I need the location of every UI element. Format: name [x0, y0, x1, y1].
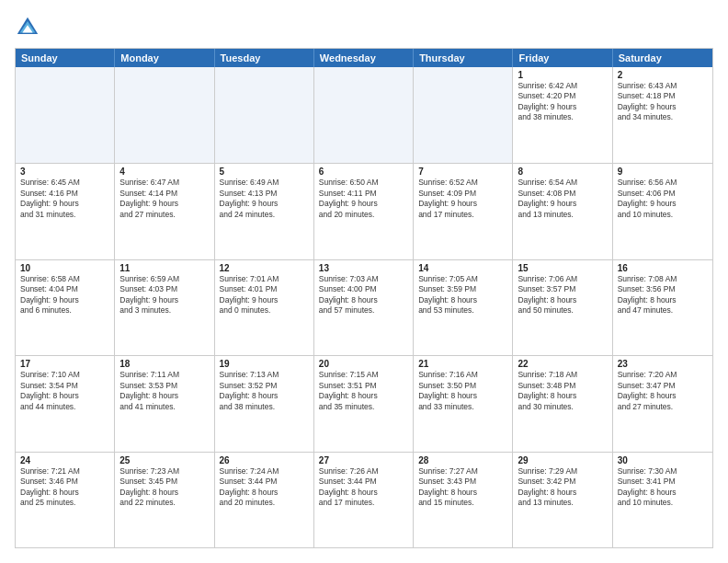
day-number: 5 [220, 167, 309, 177]
day-number: 7 [418, 167, 507, 177]
empty-cell [16, 67, 115, 163]
day-cell-6: 6Sunrise: 6:50 AM Sunset: 4:11 PM Daylig… [314, 164, 414, 259]
day-cell-23: 23Sunrise: 7:20 AM Sunset: 3:47 PM Dayli… [613, 356, 712, 451]
header-friday: Friday [513, 49, 612, 67]
header-tuesday: Tuesday [215, 49, 314, 67]
day-info: Sunrise: 6:50 AM Sunset: 4:11 PM Dayligh… [319, 178, 408, 220]
day-cell-30: 30Sunrise: 7:30 AM Sunset: 3:41 PM Dayli… [613, 453, 712, 547]
day-number: 18 [119, 359, 209, 369]
day-info: Sunrise: 7:30 AM Sunset: 3:41 PM Dayligh… [618, 466, 708, 509]
day-info: Sunrise: 7:20 AM Sunset: 3:47 PM Dayligh… [618, 370, 708, 412]
day-cell-14: 14Sunrise: 7:05 AM Sunset: 3:59 PM Dayli… [414, 260, 513, 355]
day-number: 9 [618, 167, 708, 177]
header-saturday: Saturday [613, 49, 712, 67]
day-info: Sunrise: 7:05 AM Sunset: 3:59 PM Dayligh… [418, 274, 507, 316]
day-info: Sunrise: 7:10 AM Sunset: 3:54 PM Dayligh… [20, 370, 109, 412]
day-info: Sunrise: 7:18 AM Sunset: 3:48 PM Dayligh… [518, 370, 607, 412]
day-info: Sunrise: 7:26 AM Sunset: 3:44 PM Dayligh… [319, 466, 408, 509]
day-info: Sunrise: 7:11 AM Sunset: 3:53 PM Dayligh… [119, 370, 209, 412]
day-number: 12 [220, 263, 309, 273]
day-cell-15: 15Sunrise: 7:06 AM Sunset: 3:57 PM Dayli… [513, 260, 612, 355]
header-monday: Monday [115, 49, 214, 67]
calendar: SundayMondayTuesdayWednesdayThursdayFrid… [15, 48, 713, 548]
day-number: 3 [20, 167, 109, 177]
day-info: Sunrise: 7:27 AM Sunset: 3:43 PM Dayligh… [418, 466, 507, 509]
day-cell-7: 7Sunrise: 6:52 AM Sunset: 4:09 PM Daylig… [414, 164, 513, 259]
day-cell-10: 10Sunrise: 6:58 AM Sunset: 4:04 PM Dayli… [16, 260, 115, 355]
day-number: 30 [618, 455, 708, 465]
day-number: 10 [20, 263, 109, 273]
day-number: 6 [319, 167, 408, 177]
day-cell-22: 22Sunrise: 7:18 AM Sunset: 3:48 PM Dayli… [513, 356, 612, 451]
week-row-3: 17Sunrise: 7:10 AM Sunset: 3:54 PM Dayli… [16, 355, 712, 451]
day-cell-19: 19Sunrise: 7:13 AM Sunset: 3:52 PM Dayli… [215, 356, 314, 451]
day-number: 24 [20, 455, 109, 465]
day-info: Sunrise: 6:45 AM Sunset: 4:16 PM Dayligh… [20, 178, 109, 220]
day-info: Sunrise: 7:06 AM Sunset: 3:57 PM Dayligh… [518, 274, 607, 316]
logo-icon [15, 15, 40, 40]
day-number: 2 [618, 70, 708, 80]
day-info: Sunrise: 7:03 AM Sunset: 4:00 PM Dayligh… [319, 274, 408, 316]
logo [15, 15, 44, 40]
header-thursday: Thursday [414, 49, 513, 67]
header-sunday: Sunday [16, 49, 115, 67]
day-number: 17 [20, 359, 109, 369]
day-info: Sunrise: 7:13 AM Sunset: 3:52 PM Dayligh… [220, 370, 309, 412]
day-cell-11: 11Sunrise: 6:59 AM Sunset: 4:03 PM Dayli… [115, 260, 214, 355]
day-info: Sunrise: 6:58 AM Sunset: 4:04 PM Dayligh… [20, 274, 109, 316]
day-number: 11 [119, 263, 209, 273]
day-number: 26 [220, 455, 309, 465]
day-number: 15 [518, 263, 607, 273]
week-row-4: 24Sunrise: 7:21 AM Sunset: 3:46 PM Dayli… [16, 452, 712, 547]
day-cell-17: 17Sunrise: 7:10 AM Sunset: 3:54 PM Dayli… [16, 356, 115, 451]
week-row-0: 1Sunrise: 6:42 AM Sunset: 4:20 PM Daylig… [16, 67, 712, 163]
header-wednesday: Wednesday [314, 49, 414, 67]
day-info: Sunrise: 6:56 AM Sunset: 4:06 PM Dayligh… [618, 178, 708, 220]
page: SundayMondayTuesdayWednesdayThursdayFrid… [0, 0, 728, 563]
day-info: Sunrise: 6:43 AM Sunset: 4:18 PM Dayligh… [618, 81, 708, 123]
day-cell-20: 20Sunrise: 7:15 AM Sunset: 3:51 PM Dayli… [314, 356, 414, 451]
day-cell-27: 27Sunrise: 7:26 AM Sunset: 3:44 PM Dayli… [314, 453, 414, 547]
day-cell-9: 9Sunrise: 6:56 AM Sunset: 4:06 PM Daylig… [613, 164, 712, 259]
empty-cell [115, 67, 214, 163]
day-info: Sunrise: 6:47 AM Sunset: 4:14 PM Dayligh… [119, 178, 209, 220]
empty-cell [215, 67, 314, 163]
day-cell-24: 24Sunrise: 7:21 AM Sunset: 3:46 PM Dayli… [16, 453, 115, 547]
day-number: 1 [518, 70, 607, 80]
day-number: 23 [618, 359, 708, 369]
day-cell-8: 8Sunrise: 6:54 AM Sunset: 4:08 PM Daylig… [513, 164, 612, 259]
day-number: 27 [319, 455, 408, 465]
day-cell-29: 29Sunrise: 7:29 AM Sunset: 3:42 PM Dayli… [513, 453, 612, 547]
day-number: 28 [418, 455, 507, 465]
day-cell-13: 13Sunrise: 7:03 AM Sunset: 4:00 PM Dayli… [314, 260, 414, 355]
day-number: 20 [319, 359, 408, 369]
day-cell-28: 28Sunrise: 7:27 AM Sunset: 3:43 PM Dayli… [414, 453, 513, 547]
day-number: 25 [119, 455, 209, 465]
day-number: 16 [618, 263, 708, 273]
calendar-header: SundayMondayTuesdayWednesdayThursdayFrid… [16, 49, 712, 67]
day-number: 29 [518, 455, 607, 465]
day-info: Sunrise: 6:54 AM Sunset: 4:08 PM Dayligh… [518, 178, 607, 220]
day-info: Sunrise: 7:24 AM Sunset: 3:44 PM Dayligh… [220, 466, 309, 509]
week-row-2: 10Sunrise: 6:58 AM Sunset: 4:04 PM Dayli… [16, 259, 712, 355]
day-info: Sunrise: 6:49 AM Sunset: 4:13 PM Dayligh… [220, 178, 309, 220]
day-number: 19 [220, 359, 309, 369]
day-number: 14 [418, 263, 507, 273]
header [15, 15, 713, 40]
day-info: Sunrise: 7:23 AM Sunset: 3:45 PM Dayligh… [119, 466, 209, 509]
day-info: Sunrise: 7:16 AM Sunset: 3:50 PM Dayligh… [418, 370, 507, 412]
day-cell-25: 25Sunrise: 7:23 AM Sunset: 3:45 PM Dayli… [115, 453, 214, 547]
day-cell-1: 1Sunrise: 6:42 AM Sunset: 4:20 PM Daylig… [513, 67, 612, 163]
day-info: Sunrise: 7:21 AM Sunset: 3:46 PM Dayligh… [20, 466, 109, 509]
empty-cell [414, 67, 513, 163]
calendar-body: 1Sunrise: 6:42 AM Sunset: 4:20 PM Daylig… [16, 67, 712, 547]
day-cell-18: 18Sunrise: 7:11 AM Sunset: 3:53 PM Dayli… [115, 356, 214, 451]
day-cell-4: 4Sunrise: 6:47 AM Sunset: 4:14 PM Daylig… [115, 164, 214, 259]
day-info: Sunrise: 6:42 AM Sunset: 4:20 PM Dayligh… [518, 81, 607, 123]
day-info: Sunrise: 7:15 AM Sunset: 3:51 PM Dayligh… [319, 370, 408, 412]
day-number: 8 [518, 167, 607, 177]
day-cell-5: 5Sunrise: 6:49 AM Sunset: 4:13 PM Daylig… [215, 164, 314, 259]
day-info: Sunrise: 7:08 AM Sunset: 3:56 PM Dayligh… [618, 274, 708, 316]
day-cell-2: 2Sunrise: 6:43 AM Sunset: 4:18 PM Daylig… [613, 67, 712, 163]
day-cell-3: 3Sunrise: 6:45 AM Sunset: 4:16 PM Daylig… [16, 164, 115, 259]
